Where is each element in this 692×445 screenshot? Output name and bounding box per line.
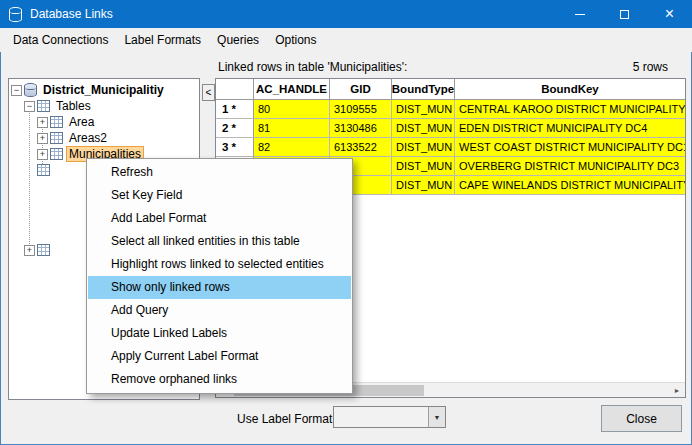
minimize-button[interactable] — [557, 0, 602, 28]
grid-row-header[interactable]: 2 * — [216, 119, 254, 138]
grid-row[interactable]: 2 *813130486DIST_MUNEDEN DISTRICT MUNICI… — [216, 119, 685, 138]
grid-cell[interactable]: 80 — [254, 100, 330, 119]
maximize-icon — [620, 10, 629, 19]
caption-buttons: × — [557, 0, 692, 28]
grid-column-header-ac-handle[interactable]: AC_HANDLE — [254, 79, 330, 99]
tree-item-tables[interactable]: −Tables — [9, 98, 199, 114]
titlebar: Database Links × — [0, 0, 692, 28]
grid-row[interactable]: 1 *803109555DIST_MUNCENTRAL KAROO DISTRI… — [216, 100, 685, 119]
linked-rows-caption: Linked rows in table 'Municipalities': — [218, 60, 407, 74]
tree-expand-toggle[interactable]: + — [37, 133, 48, 144]
context-menu-item-set-key-field[interactable]: Set Key Field — [88, 184, 351, 207]
grid-row-header[interactable]: 1 * — [216, 100, 254, 119]
context-menu-item-highlight-rows-linked-to-selected-entities[interactable]: Highlight rows linked to selected entiti… — [88, 253, 351, 276]
label-format-combobox[interactable]: ▼ — [333, 406, 446, 428]
tree-item-areas2[interactable]: +Areas2 — [9, 130, 199, 146]
tree-item-district-municipalitiy[interactable]: −District_Municipalitiy — [9, 82, 199, 98]
table-icon — [50, 148, 63, 160]
table-icon — [37, 244, 50, 256]
use-label-format-caption: Use Label Format: — [237, 412, 336, 426]
grid-cell[interactable]: 82 — [254, 138, 330, 157]
minimize-icon — [575, 14, 585, 15]
menubar-item-options[interactable]: Options — [267, 30, 324, 50]
table-icon — [37, 100, 50, 112]
grid-row[interactable]: 3 *826133522DIST_MUNWEST COAST DISTRICT … — [216, 138, 685, 157]
menubar-item-label-formats[interactable]: Label Formats — [116, 30, 209, 50]
grid-header: AC_HANDLEGIDBoundTypeBoundKey — [216, 79, 685, 100]
grid-corner-cell — [216, 79, 254, 99]
context-menu-item-refresh[interactable]: Refresh — [88, 161, 351, 184]
grid-cell[interactable]: EDEN DISTRICT MUNICIPALITY DC4 — [455, 119, 685, 138]
grid-cell[interactable]: DIST_MUN — [392, 138, 455, 157]
context-menu-item-select-all-linked-entities-in-this-table[interactable]: Select all linked entities in this table — [88, 230, 351, 253]
grid-column-header-boundtype[interactable]: BoundType — [392, 79, 455, 99]
grid-row-header[interactable]: 3 * — [216, 138, 254, 157]
menubar: Data ConnectionsLabel FormatsQueriesOpti… — [0, 28, 692, 52]
tree-expand-toggle[interactable]: − — [24, 101, 35, 112]
app-icon — [9, 7, 22, 22]
context-menu: RefreshSet Key FieldAdd Label FormatSele… — [86, 158, 353, 394]
table-icon — [37, 164, 50, 176]
tree-item-label[interactable]: Tables — [53, 99, 94, 113]
tree-expand-toggle[interactable]: + — [37, 149, 48, 160]
maximize-button[interactable] — [602, 0, 647, 28]
grid-column-header-gid[interactable]: GID — [330, 79, 392, 99]
context-menu-item-add-label-format[interactable]: Add Label Format — [88, 207, 351, 230]
window-title: Database Links — [30, 7, 113, 21]
tree-expand-toggle[interactable]: + — [24, 245, 35, 256]
row-count-label: 5 rows — [633, 60, 668, 74]
combobox-value — [334, 407, 428, 427]
database-links-window: Database Links × Data ConnectionsLabel F… — [0, 0, 692, 445]
grid-cell[interactable]: OVERBERG DISTRICT MUNICIPALITY DC3 — [455, 157, 685, 176]
scroll-right-icon[interactable]: ► — [669, 383, 685, 398]
tree-item-label[interactable]: Area — [66, 115, 97, 129]
tree-item-label[interactable]: Areas2 — [66, 131, 110, 145]
tree-expand-toggle[interactable]: + — [37, 117, 48, 128]
table-icon — [50, 116, 63, 128]
grid-cell[interactable]: DIST_MUN — [392, 157, 455, 176]
grid-cell[interactable]: CAPE WINELANDS DISTRICT MUNICIPALITY D — [455, 176, 685, 195]
context-menu-item-show-only-linked-rows[interactable]: Show only linked rows — [88, 276, 351, 299]
grid-cell[interactable]: CENTRAL KAROO DISTRICT MUNICIPALITY DC — [455, 100, 685, 119]
context-menu-item-remove-orphaned-links[interactable]: Remove orphaned links — [88, 368, 351, 391]
grid-cell[interactable]: DIST_MUN — [392, 100, 455, 119]
menubar-item-queries[interactable]: Queries — [209, 30, 267, 50]
close-dialog-button[interactable]: Close — [601, 405, 682, 432]
grid-column-header-boundkey[interactable]: BoundKey — [455, 79, 685, 99]
tree-item-area[interactable]: +Area — [9, 114, 199, 130]
grid-cell[interactable]: 3109555 — [330, 100, 392, 119]
close-window-button[interactable]: × — [647, 0, 692, 28]
tree-expand-toggle[interactable]: − — [11, 85, 22, 96]
grid-cell[interactable]: 6133522 — [330, 138, 392, 157]
grid-cell[interactable]: DIST_MUN — [392, 176, 455, 195]
grid-cell[interactable]: 3130486 — [330, 119, 392, 138]
tree-item-label[interactable]: District_Municipalitiy — [40, 83, 167, 97]
database-icon — [24, 83, 37, 97]
grid-cell[interactable]: DIST_MUN — [392, 119, 455, 138]
grid-cell[interactable]: WEST COAST DISTRICT MUNICIPALITY DC1 — [455, 138, 685, 157]
context-menu-item-update-linked-labels[interactable]: Update Linked Labels — [88, 322, 351, 345]
context-menu-item-add-query[interactable]: Add Query — [88, 299, 351, 322]
context-menu-item-apply-current-label-format[interactable]: Apply Current Label Format — [88, 345, 351, 368]
table-icon — [50, 132, 63, 144]
dropdown-arrow-icon[interactable]: ▼ — [428, 407, 445, 427]
grid-cell[interactable]: 81 — [254, 119, 330, 138]
close-icon: × — [665, 6, 674, 22]
collapse-tree-button[interactable]: < — [202, 84, 215, 101]
menubar-item-data-connections[interactable]: Data Connections — [5, 30, 116, 50]
tree-expand-toggle — [24, 165, 35, 176]
